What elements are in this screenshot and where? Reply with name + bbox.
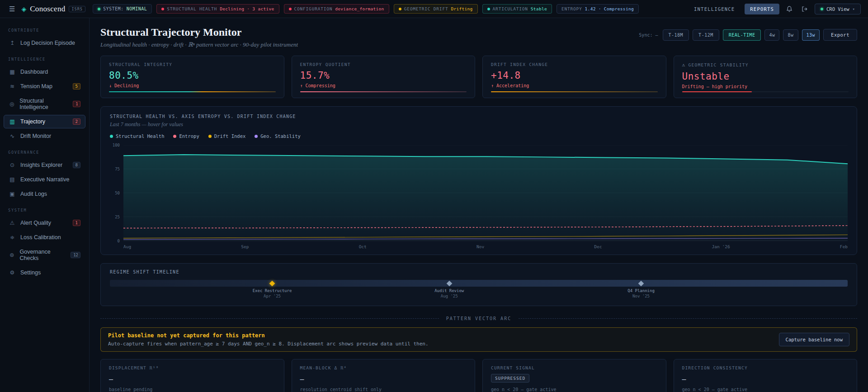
kpi-value: Unstable [682, 71, 849, 82]
sidebar-section-intelligence: INTELLIGENCE [0, 51, 89, 64]
notifications-button[interactable] [784, 4, 795, 14]
window-button-13w[interactable]: 13w [802, 29, 820, 41]
range-button-t18m[interactable]: T-18M [663, 29, 689, 41]
sidebar-item-drift-monitor[interactable]: ∿ Drift Monitor [4, 129, 85, 143]
export-button[interactable]: Export [823, 29, 857, 41]
legend-item-drift-index[interactable]: Drift Index [208, 133, 246, 139]
sidebar-item-settings[interactable]: ⚙ Settings [4, 266, 85, 279]
brand-badge: ISRS [69, 6, 85, 12]
sidebar-item-dashboard[interactable]: ▦ Dashboard [4, 65, 85, 79]
logout-button[interactable] [799, 4, 810, 14]
kpi-trend: Drifting — high priority [682, 84, 849, 89]
divider-line [519, 318, 857, 319]
timeline-caption: Exec Restructure Apr '25 [253, 288, 292, 298]
sidebar: CONTRIBUTE ↥ Log Decision Episode INTELL… [0, 18, 90, 392]
window-button-8w[interactable]: 8w [783, 29, 798, 41]
metric-card-current-signal: CURRENT SIGNAL SUPPRESSED geo_n < 20 — g… [482, 359, 666, 392]
insights-icon: ⊙ [9, 162, 16, 168]
view-selector[interactable]: CRO View ▾ [815, 4, 861, 14]
sidebar-item-label: Executive Narrative [20, 176, 69, 183]
grid-icon: ▦ [9, 69, 16, 75]
trajectory-chart-svg [123, 145, 848, 241]
metric-label: MEAN-BLOCK Δ ℝ⁴ [300, 365, 467, 370]
sidebar-item-insights-explorer[interactable]: ⊙ Insights Explorer 8 [4, 158, 85, 172]
warning-icon: ⚠ [682, 62, 686, 68]
sidebar-badge: 1 [73, 220, 80, 226]
chart-y-axis: 0255075100 [110, 145, 123, 241]
system-status-value: NOMINAL [127, 6, 147, 11]
book-icon: ▣ [9, 191, 16, 197]
legend-item-structural-health[interactable]: Structural Health [110, 133, 164, 139]
x-tick-label: Oct [359, 244, 367, 249]
chart-legend: Structural Health Entropy Drift Index Ge… [110, 133, 848, 139]
timeline-marker-q4-planning[interactable]: Q4 Planning Nov '25 [639, 281, 643, 285]
sidebar-item-structural-intelligence[interactable]: ◎ Structural Intelligence 1 [4, 94, 85, 114]
main-content: Structural Trajectory Monitor Longitudin… [90, 18, 868, 392]
sidebar-item-trajectory[interactable]: ▥ Trajectory 2 [4, 115, 85, 128]
menu-button[interactable]: ☰ [7, 4, 17, 14]
kpi-sparkline [109, 91, 276, 92]
metric-label: CURRENT SIGNAL [491, 365, 658, 370]
range-button-realtime[interactable]: REAL-TIME [723, 29, 761, 41]
metric-value: — [300, 375, 467, 383]
metric-caption: baseline pending [109, 387, 276, 392]
sync-label: Sync: — [639, 33, 658, 38]
y-tick-label: 100 [113, 143, 120, 147]
sidebar-item-log-decision-episode[interactable]: ↥ Log Decision Episode [4, 36, 85, 50]
sidebar-section-contribute: CONTRIBUTE [0, 22, 89, 35]
pill-configuration: CONFIGURATION deviance_formation [284, 4, 389, 14]
sidebar-item-label: Insights Explorer [20, 162, 62, 168]
chart-title: STRUCTURAL HEALTH VS. AXIS ENTROPY VS. D… [110, 114, 848, 119]
x-tick-label: Dec [594, 244, 602, 249]
pill-label: ENTROPY [561, 6, 582, 11]
brand-name: Conoscend [30, 5, 65, 14]
sidebar-item-tension-map[interactable]: ≋ Tension Map 5 [4, 80, 85, 93]
page-header-text: Structural Trajectory Monitor Longitudin… [100, 26, 298, 48]
document-icon: ▤ [9, 176, 16, 183]
pill-geometric-drift: GEOMETRIC DRIFT Drifting [394, 4, 478, 14]
pill-value: Declining · 3 active [220, 6, 274, 11]
kpi-trend: ↓ Declining [109, 83, 276, 88]
metric-value: — [109, 375, 276, 383]
divider-label: PATTERN VECTOR ARC [446, 316, 511, 321]
timeline-marker-exec-restructure[interactable]: Exec Restructure Apr '25 [270, 281, 274, 285]
metric-card-displacement: DISPLACEMENT ℝ¹⁸ — baseline pending [100, 359, 284, 392]
page-header: Structural Trajectory Monitor Longitudin… [100, 26, 857, 48]
kpi-label: DRIFT INDEX CHANGE [491, 62, 658, 67]
metric-caption: geo_n < 20 — gate active [682, 387, 849, 392]
legend-item-geo-stability[interactable]: Geo. Stability [255, 133, 301, 139]
window-button-4w[interactable]: 4w [764, 29, 779, 41]
bell-icon [786, 5, 793, 13]
page-subtitle: Longitudinal health · entropy · drift · … [100, 41, 298, 48]
kpi-sparkline [300, 91, 467, 92]
sidebar-item-governance-checks[interactable]: ⊚ Governance Checks 12 [4, 245, 85, 265]
metric-caption: geo_n < 20 — gate active [491, 387, 658, 392]
pill-articulation: ARTICULATION Stable [482, 4, 552, 14]
divider-line [100, 318, 439, 319]
checks-icon: ⊚ [9, 252, 15, 258]
kpi-value: 80.5% [109, 70, 276, 81]
upload-icon: ↥ [9, 40, 16, 46]
pill-label: GEOMETRIC DRIFT [404, 6, 448, 11]
tab-intelligence[interactable]: INTELLIGENCE [689, 4, 740, 14]
sidebar-item-alert-quality[interactable]: ⚠ Alert Quality 1 [4, 216, 85, 230]
tab-reports[interactable]: REPORTS [745, 4, 779, 14]
activity-icon: ≋ [9, 83, 16, 90]
wave-icon: ∿ [9, 133, 16, 139]
y-tick-label: 50 [115, 191, 120, 195]
kpi-card-drift-index-change: DRIFT INDEX CHANGE +14.8 ↑ Accelerating [482, 56, 666, 98]
sidebar-item-loss-calibration[interactable]: ≑ Loss Calibration [4, 231, 85, 244]
legend-dot-icon [208, 135, 212, 138]
sidebar-item-executive-narrative[interactable]: ▤ Executive Narrative [4, 173, 85, 186]
alert-icon: ⚠ [9, 220, 16, 226]
timeline-marker-audit-review[interactable]: Audit Review Aug '25 [447, 281, 451, 285]
sidebar-item-audit-logs[interactable]: ▣ Audit Logs [4, 187, 85, 201]
range-button-t12m[interactable]: T-12M [693, 29, 719, 41]
logout-icon [801, 5, 808, 13]
chart-plot-area[interactable] [123, 145, 848, 241]
capture-baseline-button[interactable]: Capture baseline now [779, 333, 849, 346]
pill-label: CONFIGURATION [294, 6, 333, 11]
legend-item-entropy[interactable]: Entropy [173, 133, 199, 139]
alert-text: Pilot baseline not yet captured for this… [108, 332, 429, 347]
pill-entropy: ENTROPY 1.42 · Compressing [557, 4, 639, 14]
